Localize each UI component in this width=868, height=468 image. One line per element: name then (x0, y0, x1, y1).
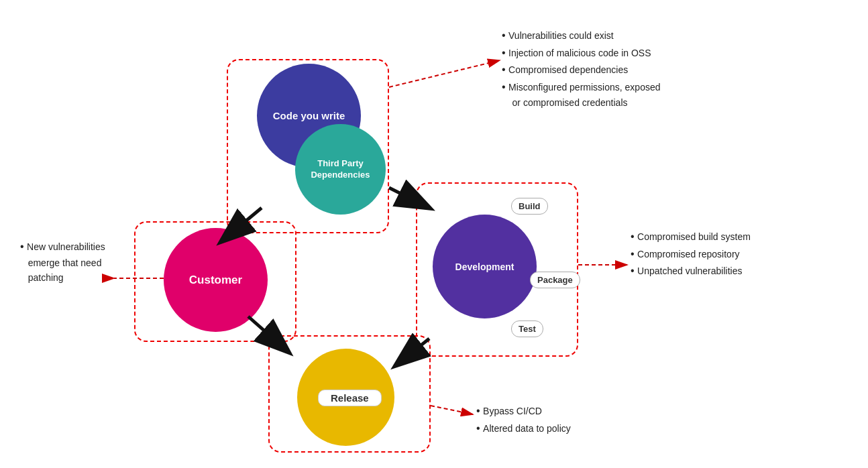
annotation-top-right: Vulnerabilities could exist Injection of… (502, 27, 661, 111)
build-box: Build (511, 198, 548, 215)
annotation-bottom: Bypass CI/CD Altered data to policy (476, 402, 571, 436)
test-box: Test (511, 320, 543, 337)
svg-line-3 (389, 60, 500, 87)
annotation-middle-right: Compromised build system Compromised rep… (631, 228, 751, 280)
diagram-container: Code you write Third PartyDependencies C… (0, 0, 868, 468)
circle-customer: Customer (164, 228, 268, 332)
circle-development: Development (433, 215, 537, 318)
circle-third-party: Third PartyDependencies (295, 124, 386, 215)
package-box: Package (530, 272, 580, 288)
release-label-box: Release (318, 390, 382, 406)
svg-line-5 (431, 406, 473, 414)
annotation-left: New vulnerabilities emerge that need pat… (20, 238, 105, 285)
